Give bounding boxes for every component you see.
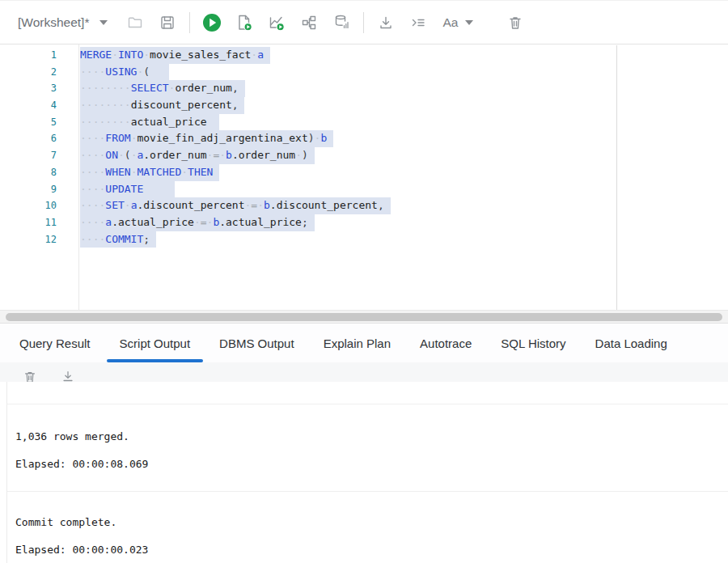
tab-explain-plan[interactable]: Explain Plan <box>309 324 405 362</box>
code-line[interactable]: 8····WHEN·MATCHED·THEN <box>0 164 728 181</box>
code-token: INTO <box>118 49 143 61</box>
run-statement-button[interactable] <box>196 6 228 39</box>
code-token: movie_sales_fact <box>150 49 251 61</box>
line-number: 9 <box>0 181 78 198</box>
open-file-button[interactable] <box>119 6 151 39</box>
sql-editor[interactable]: 1MERGE·INTO·movie_sales_fact·a2····USING… <box>0 44 728 310</box>
line-number: 7 <box>0 147 78 164</box>
download-output-button[interactable] <box>61 370 77 382</box>
clear-worksheet-button[interactable] <box>499 6 531 39</box>
tab-sql-history[interactable]: SQL History <box>486 324 580 362</box>
code-line[interactable]: 1MERGE·INTO·movie_sales_fact·a <box>0 47 728 64</box>
code-token: · <box>194 216 201 228</box>
code-token: discount_percent <box>131 99 232 111</box>
code-text: ····a.actual_price·=·b.actual_price; <box>78 214 315 231</box>
selection-highlight: ····a.actual_price·=·b.actual_price; <box>80 214 315 231</box>
code-text: ····WHEN·MATCHED·THEN <box>78 164 219 181</box>
code-line[interactable]: 11····a.actual_price·=·b.actual_price; <box>0 214 728 231</box>
line-number: 11 <box>0 214 78 231</box>
output-block: 1,036 rows merged.Elapsed: 00:00:08.069 <box>7 404 728 492</box>
code-line[interactable]: 9····UPDATE <box>0 181 728 198</box>
output-blocks: 1,036 rows merged.Elapsed: 00:00:08.069C… <box>7 404 728 556</box>
code-token: ) <box>308 132 315 144</box>
indent-format-icon <box>410 15 426 31</box>
code-line[interactable]: 5········actual_price <box>0 114 728 131</box>
code-token: order_num <box>175 82 231 94</box>
download-icon <box>61 370 75 382</box>
output-spacer <box>7 382 728 404</box>
code-token: = <box>251 199 257 211</box>
save-button[interactable] <box>151 6 184 39</box>
code-token: · <box>295 149 302 161</box>
tab-autotrace[interactable]: Autotrace <box>405 324 486 362</box>
font-size-button[interactable]: Aa <box>434 6 481 39</box>
line-number: 3 <box>0 80 78 97</box>
code-token: actual_price <box>131 116 207 128</box>
code-line[interactable]: 3········SELECT·order_num, <box>0 80 728 97</box>
output-line: Elapsed: 00:00:00.023 <box>15 544 728 556</box>
font-size-label: Aa <box>442 15 458 30</box>
code-text: ····FROM·movie_fin_adj_argentina_ext)·b <box>78 130 333 147</box>
code-token: ) <box>302 149 308 161</box>
code-token: b <box>226 149 232 161</box>
download-icon <box>378 15 394 31</box>
toolbar-separator <box>363 12 364 33</box>
selection-highlight: ····COMMIT; <box>80 231 156 248</box>
code-token: · <box>257 199 264 211</box>
format-button[interactable] <box>402 6 434 39</box>
code-token: USING <box>105 66 137 78</box>
code-token: · <box>251 49 257 61</box>
code-line[interactable]: 10····SET·a.discount_percent·=·b.discoun… <box>0 197 728 214</box>
code-token: a <box>257 49 264 61</box>
tab-script-output[interactable]: Script Output <box>105 324 205 362</box>
line-number: 1 <box>0 47 78 64</box>
code-line[interactable]: 2····USING·( <box>0 64 728 81</box>
code-token: ( <box>143 66 150 78</box>
explain-plan-button[interactable] <box>293 6 325 39</box>
code-line[interactable]: 7····ON·(·a.order_num·=·b.order_num·) <box>0 147 728 164</box>
code-token: · <box>143 49 150 61</box>
code-token: ···· <box>80 183 105 195</box>
chevron-down-icon <box>99 20 108 25</box>
code-token: .discount_percent <box>270 199 378 211</box>
download-button[interactable] <box>370 6 402 39</box>
code-token: UPDATE <box>105 183 143 195</box>
code-token: · <box>219 149 226 161</box>
run-script-button[interactable] <box>228 6 260 39</box>
code-line[interactable]: 4········discount_percent, <box>0 97 728 114</box>
line-number: 2 <box>0 64 78 81</box>
tab-data-loading[interactable]: Data Loading <box>581 324 682 362</box>
trash-icon <box>23 370 37 382</box>
code-token: THEN <box>188 166 213 178</box>
worksheet-selector[interactable]: [Worksheet]* <box>18 15 108 30</box>
code-line[interactable]: 12····COMMIT; <box>0 231 728 248</box>
selection-highlight: ········SELECT·order_num, <box>80 80 245 97</box>
clear-output-button[interactable] <box>23 370 39 382</box>
scrollbar-thumb[interactable] <box>6 313 722 321</box>
code-token: MERGE <box>80 49 112 61</box>
code-line[interactable]: 6····FROM·movie_fin_adj_argentina_ext)·b <box>0 130 728 147</box>
code-text: ····COMMIT; <box>78 231 156 248</box>
code-token: .discount_percent <box>137 199 244 211</box>
script-output-panel: 1,036 rows merged.Elapsed: 00:00:08.069C… <box>6 382 728 563</box>
output-line: Elapsed: 00:00:08.069 <box>15 458 728 470</box>
code-token: ···· <box>80 132 105 144</box>
db-activity-button[interactable] <box>325 6 358 39</box>
tab-dbms-output[interactable]: DBMS Output <box>205 324 309 362</box>
folder-open-icon <box>127 15 143 31</box>
autotrace-button[interactable] <box>260 6 293 39</box>
code-token: .actual_price <box>112 216 194 228</box>
code-token: ···· <box>80 199 105 211</box>
code-text: ····USING·( <box>78 64 169 81</box>
code-token: FROM <box>105 132 130 144</box>
code-token: · <box>112 49 118 61</box>
tab-query-result[interactable]: Query Result <box>5 324 105 362</box>
code-text: ········SELECT·order_num, <box>78 80 245 97</box>
line-number: 8 <box>0 164 78 181</box>
chevron-down-icon <box>465 20 473 25</box>
code-token: , <box>378 199 384 211</box>
save-icon <box>159 15 176 31</box>
code-token: ········ <box>80 116 131 128</box>
code-token: a <box>105 216 112 228</box>
code-token: .order_num <box>143 149 206 161</box>
